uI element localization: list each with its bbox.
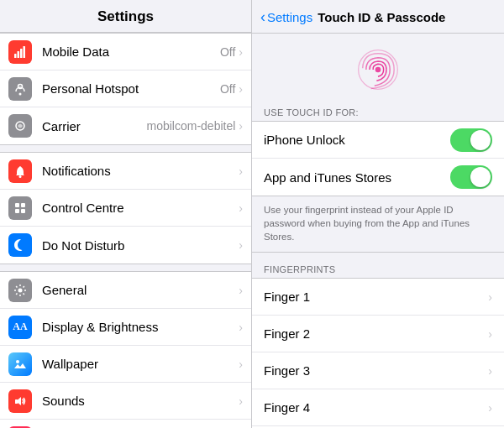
display-brightness-icon: AA [8, 316, 32, 339]
finger-2-label: Finger 2 [264, 326, 488, 341]
personal-hotspot-icon [8, 77, 32, 101]
fingerprints-header: FINGERPRINTS [252, 259, 504, 278]
svg-point-12 [18, 288, 23, 292]
right-panel-title: Touch ID & Passcode [318, 10, 445, 24]
do-not-disturb-item[interactable]: Do Not Disturb › [0, 227, 251, 264]
finger-3-label: Finger 3 [264, 363, 488, 378]
control-centre-chevron: › [239, 201, 243, 215]
finger-2-chevron: › [488, 327, 492, 341]
finger-3-item[interactable]: Finger 3 › [252, 352, 504, 389]
mobile-data-label: Mobile Data [42, 44, 220, 59]
svg-rect-3 [24, 46, 26, 58]
fingerprint-graphic-area [252, 34, 504, 102]
do-not-disturb-icon [8, 233, 32, 257]
svg-rect-8 [15, 203, 19, 207]
general-chevron: › [239, 284, 243, 297]
finger-4-label: Finger 4 [264, 400, 488, 415]
svg-rect-0 [14, 54, 17, 58]
carrier-item[interactable]: Carrier mobilcom-debitel › [0, 107, 251, 144]
fingerprint-svg-icon [357, 49, 399, 91]
wallpaper-label: Wallpaper [42, 357, 239, 371]
general-group: General › AA Display & Brightness › Wall… [0, 271, 251, 428]
display-brightness-item[interactable]: AA Display & Brightness › [0, 309, 251, 346]
connectivity-group: Mobile Data Off › Personal Hotspot Off › [0, 33, 251, 145]
svg-rect-1 [18, 51, 20, 58]
use-touch-id-header: USE TOUCH ID FOR: [252, 102, 504, 121]
notifications-label: Notifications [42, 164, 239, 178]
touch-id-item[interactable]: Touch ID & Passcode › [0, 420, 251, 428]
svg-rect-9 [21, 203, 25, 207]
finger-4-item[interactable]: Finger 4 › [252, 389, 504, 426]
touch-id-detail-panel: ‹ Settings Touch ID & Passcode USE TOUCH… [252, 0, 504, 428]
finger-3-chevron: › [488, 364, 492, 378]
settings-left-panel: Settings Mobile Data Off › [0, 0, 252, 428]
control-centre-label: Control Centre [42, 201, 239, 215]
display-brightness-label: Display & Brightness [42, 320, 239, 334]
fingerprints-group: Finger 1 › Finger 2 › Finger 3 › Finger … [252, 278, 504, 428]
app-itunes-label: App and iTunes Stores [264, 170, 450, 185]
iphone-unlock-toggle[interactable] [450, 128, 492, 152]
svg-point-13 [16, 360, 19, 363]
sounds-item[interactable]: Sounds › [0, 383, 251, 420]
app-itunes-toggle[interactable] [450, 165, 492, 189]
back-button[interactable]: ‹ Settings [260, 8, 312, 26]
carrier-label: Carrier [42, 119, 147, 133]
carrier-value: mobilcom-debitel [147, 119, 236, 133]
personal-hotspot-value: Off [220, 82, 235, 96]
finger-1-item[interactable]: Finger 1 › [252, 279, 504, 316]
svg-point-7 [19, 175, 22, 178]
finger-4-chevron: › [488, 401, 492, 415]
notifications-chevron: › [239, 164, 243, 178]
notifications-group: Notifications › Control Centre › Do N [0, 152, 251, 264]
finger-1-label: Finger 1 [264, 290, 488, 304]
mobile-data-icon [8, 40, 32, 64]
carrier-icon [8, 114, 32, 138]
sounds-chevron: › [239, 394, 243, 408]
control-centre-item[interactable]: Control Centre › [0, 190, 251, 227]
svg-rect-10 [15, 209, 19, 213]
back-chevron-icon: ‹ [260, 8, 265, 26]
touch-id-toggles-group: iPhone Unlock App and iTunes Stores [252, 121, 504, 196]
general-icon [8, 279, 32, 302]
display-brightness-chevron: › [239, 321, 243, 334]
sounds-label: Sounds [42, 394, 239, 408]
svg-point-5 [19, 92, 22, 95]
wallpaper-icon [8, 352, 32, 376]
general-label: General [42, 283, 239, 297]
personal-hotspot-item[interactable]: Personal Hotspot Off › [0, 70, 251, 107]
personal-hotspot-label: Personal Hotspot [42, 81, 220, 96]
app-itunes-item[interactable]: App and iTunes Stores [252, 159, 504, 196]
back-label: Settings [267, 10, 312, 24]
settings-title: Settings [0, 0, 251, 33]
toggle-info-text: Use your fingerprint instead of your App… [252, 196, 504, 253]
general-item[interactable]: General › [0, 272, 251, 309]
svg-point-20 [375, 67, 381, 73]
sounds-icon [8, 389, 32, 413]
wallpaper-item[interactable]: Wallpaper › [0, 346, 251, 383]
svg-rect-14 [15, 399, 18, 404]
fingerprints-section: FINGERPRINTS Finger 1 › Finger 2 › Finge… [252, 259, 504, 428]
personal-hotspot-chevron: › [239, 82, 243, 96]
iphone-unlock-label: iPhone Unlock [264, 133, 450, 147]
right-header: ‹ Settings Touch ID & Passcode [252, 0, 504, 34]
wallpaper-chevron: › [239, 358, 243, 371]
mobile-data-chevron: › [239, 45, 243, 59]
finger-2-item[interactable]: Finger 2 › [252, 316, 504, 352]
notifications-item[interactable]: Notifications › [0, 153, 251, 190]
do-not-disturb-chevron: › [239, 238, 243, 252]
mobile-data-value: Off [220, 45, 235, 59]
carrier-chevron: › [239, 119, 243, 133]
iphone-unlock-item[interactable]: iPhone Unlock [252, 122, 504, 159]
svg-rect-2 [20, 49, 23, 58]
svg-rect-11 [21, 209, 25, 213]
mobile-data-item[interactable]: Mobile Data Off › [0, 34, 251, 70]
notifications-icon [8, 159, 32, 183]
do-not-disturb-label: Do Not Disturb [42, 238, 239, 253]
finger-1-chevron: › [488, 290, 492, 304]
control-centre-icon [8, 196, 32, 220]
